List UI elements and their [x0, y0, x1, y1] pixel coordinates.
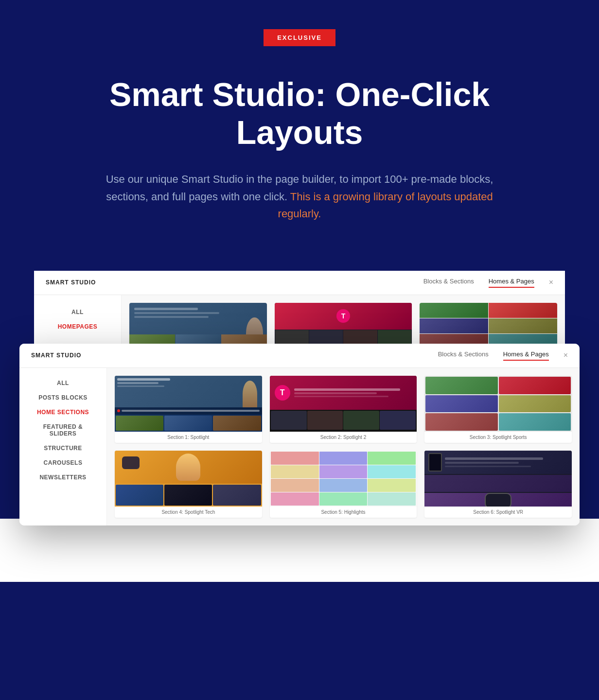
bg-tab-blocks[interactable]: Blocks & Sections [423, 278, 474, 288]
sidebar-item-carousels[interactable]: CAROUSELS [19, 455, 106, 470]
sections-grid: Section 1: Spotlight T [115, 376, 572, 518]
front-tab-homes[interactable]: Homes & Pages [503, 350, 549, 361]
bg-tab-homes[interactable]: Homes & Pages [489, 278, 534, 288]
front-close-icon[interactable]: × [564, 351, 568, 360]
section-card-1[interactable]: Section 1: Spotlight [115, 376, 262, 443]
section-card-2-label: Section 2: Spotlight 2 [270, 432, 417, 443]
bottom-section [0, 519, 599, 582]
section-card-1-label: Section 1: Spotlight [115, 432, 262, 443]
sidebar-item-newsletters[interactable]: NEWSLETTERS [19, 470, 106, 485]
section-card-6-label: Section 6: Spotlight VR [424, 507, 572, 518]
front-content: Section 1: Spotlight T [107, 368, 580, 525]
section-card-4-image [115, 451, 262, 507]
bg-studio-title: SMART STUDIO [46, 279, 96, 286]
bg-sidebar-item-homepages[interactable]: HOMEPAGES [34, 319, 121, 334]
bg-card-1 [129, 303, 267, 349]
section-card-3-label: Section 3: Spotlight Sports [424, 432, 572, 443]
bg-card-3 [420, 303, 557, 349]
section-card-4-label: Section 4: Spotlight Tech [115, 507, 262, 518]
exclusive-badge: EXCLUSIVE [39, 29, 560, 75]
section-card-1-image [115, 376, 262, 432]
exclusive-badge-label: EXCLUSIVE [264, 29, 335, 46]
section-card-2[interactable]: T [270, 376, 417, 443]
section-card-5[interactable]: Section 5: Highlights [270, 451, 417, 518]
hero-description-highlight: This is a growing library of layouts upd… [278, 191, 493, 220]
sidebar-item-all[interactable]: ALL [19, 376, 106, 390]
sidebar-item-home-sections[interactable]: HOME SECTIONS [19, 405, 106, 420]
section-card-2-image: T [270, 376, 417, 432]
bg-card-2: T [275, 303, 412, 349]
sidebar-item-posts-blocks[interactable]: POSTS BLOCKS [19, 390, 106, 405]
section-card-6[interactable]: Section 6: Spotlight VR [424, 451, 572, 518]
hero-description: Use our unique Smart Studio in the page … [100, 171, 499, 222]
section-card-6-image [424, 451, 572, 507]
studio-front-window: SMART STUDIO Blocks & Sections Homes & P… [19, 344, 580, 525]
front-studio-title: SMART STUDIO [31, 352, 81, 359]
sidebar-item-featured-sliders[interactable]: FEATURED & SLIDERS [19, 420, 106, 441]
section-card-3[interactable]: Section 3: Spotlight Sports [424, 376, 572, 443]
studio-front-body: ALL POSTS BLOCKS HOME SECTIONS FEATURED … [19, 368, 580, 525]
section-card-5-label: Section 5: Highlights [270, 507, 417, 518]
section-card-5-image [270, 451, 417, 507]
front-sidebar: ALL POSTS BLOCKS HOME SECTIONS FEATURED … [19, 368, 107, 525]
front-tab-blocks[interactable]: Blocks & Sections [438, 350, 489, 361]
section-card-4[interactable]: Section 4: Spotlight Tech [115, 451, 262, 518]
bg-sidebar-item-all[interactable]: ALL [34, 305, 121, 319]
bg-close-icon[interactable]: × [549, 278, 553, 287]
section-card-3-image [424, 376, 572, 432]
hero-section: EXCLUSIVE Smart Studio: One-Click Layout… [0, 0, 599, 295]
page-title: Smart Studio: One-Click Layouts [105, 75, 494, 151]
sidebar-item-structure[interactable]: STRUCTURE [19, 441, 106, 455]
